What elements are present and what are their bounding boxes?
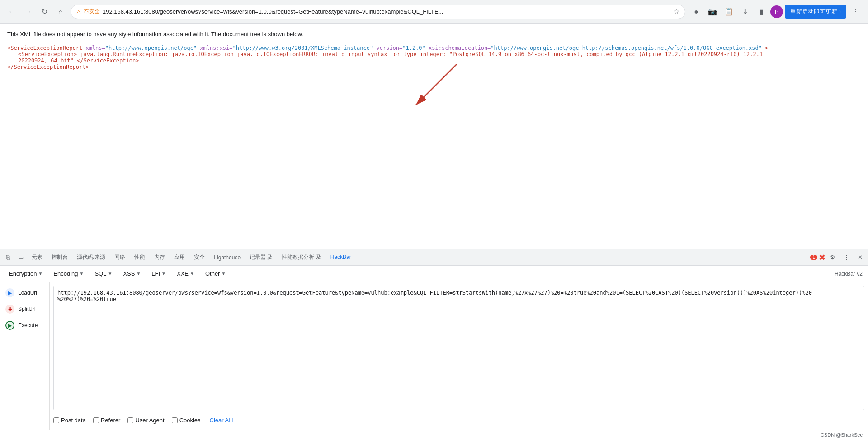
browser-chrome: ← → ↻ ⌂ △ 不安全 192.168.43.161:8080/geoser… [0,0,868,24]
tab-elements[interactable]: 元素 [27,249,47,266]
hackbar-body: ▶ LoadUrl ✚ SplitUrl ▶ Execute http://19… [0,282,868,430]
user-agent-checkbox[interactable]: User Agent [127,417,164,424]
menu-encryption[interactable]: Encryption ▼ [5,268,46,279]
devtools-tab-bar: ⎘ ▭ 元素 控制台 源代码/来源 网络 性能 内存 应用 安全 Lightho… [0,249,868,266]
security-label: 不安全 [84,8,100,15]
xml-line-1: <ServiceExceptionReport xmlns="http://ww… [7,45,861,51]
url-text[interactable]: 192.168.43.161:8080/geoserver/ows?servic… [103,8,670,15]
devtools-inspect-icon[interactable]: ⎘ [2,251,14,264]
tab-lighthouse[interactable]: Lighthouse [209,249,245,266]
post-data-input[interactable] [53,417,59,423]
xml-notice: This XML file does not appear to have an… [7,31,861,38]
extension-icon-1[interactable]: ● [689,5,703,19]
menu-sql[interactable]: SQL ▼ [91,268,116,279]
cookies-checkbox[interactable]: Cookies [172,417,201,424]
address-bar: △ 不安全 192.168.43.161:8080/geoserver/ows?… [71,5,685,19]
user-agent-input[interactable] [127,417,133,423]
tab-console[interactable]: 控制台 [47,249,72,266]
extension-icon-3[interactable]: 📋 [722,5,736,19]
back-button[interactable]: ← [5,5,18,18]
tab-performance[interactable]: 性能 [130,249,150,266]
profile-button[interactable]: P [770,5,783,18]
devtools-tab-right: 1 ✖ ⚙ ⋮ ✕ [810,251,866,264]
devtools-panel: ⎘ ▭ 元素 控制台 源代码/来源 网络 性能 内存 应用 安全 Lightho… [0,249,868,439]
bookmark-icon[interactable]: ☆ [673,7,679,16]
security-warning-icon: △ [76,8,81,15]
tab-performance-insights[interactable]: 性能数据分析 及 [277,249,326,266]
url-input[interactable]: http://192.168.43.161:8080/geoserver/ows… [53,286,864,410]
forward-button[interactable]: → [22,5,34,18]
devtools-bottom-bar: CSDN @SharkSec [0,430,868,439]
svg-line-1 [416,64,457,105]
menu-encoding[interactable]: Encoding ▼ [50,268,87,279]
referer-input[interactable] [93,417,99,423]
clear-all-button[interactable]: Clear ALL [208,416,237,425]
tab-hackbar[interactable]: HackBar [326,249,356,266]
loadurl-button[interactable]: ▶ LoadUrl [0,286,49,300]
hackbar-main: http://192.168.43.161:8080/geoserver/ows… [50,282,868,430]
error-badge: 1 [810,255,817,260]
devtools-device-icon[interactable]: ▭ [14,251,27,264]
xml-content: <ServiceExceptionReport xmlns="http://ww… [7,45,861,70]
menu-xss[interactable]: XSS ▼ [119,268,144,279]
hackbar-options: Post data Referer User Agent Cookies C [53,414,864,426]
execute-button[interactable]: ▶ Execute [0,318,49,333]
home-button[interactable]: ⌂ [54,5,67,18]
execute-icon: ▶ [5,321,14,330]
error-icon: ✖ [819,253,826,262]
post-data-checkbox[interactable]: Post data [53,417,86,424]
reload-button[interactable]: ↻ [38,5,51,18]
tab-sources[interactable]: 源代码/来源 [72,249,110,266]
spliturl-icon: ✚ [5,305,14,314]
cookies-input[interactable] [172,417,178,423]
devtools-more-icon[interactable]: ⋮ [840,251,853,264]
tab-recorder[interactable]: 记录器 及 [245,249,277,266]
extension-icon-2[interactable]: 📷 [705,5,720,19]
footer-credit: CSDN @SharkSec [821,432,863,438]
referer-checkbox[interactable]: Referer [93,417,120,424]
spliturl-button[interactable]: ✚ SplitUrl [0,302,49,316]
hackbar-sidebar: ▶ LoadUrl ✚ SplitUrl ▶ Execute [0,282,50,430]
tab-memory[interactable]: 内存 [150,249,170,266]
menu-other[interactable]: Other ▼ [202,268,229,279]
hackbar-menubar: Encryption ▼ Encoding ▼ SQL ▼ XSS ▼ LFI … [0,266,868,282]
xml-line-3: 20220924, 64-bit" </ServiceException> [18,57,861,64]
menu-xxe[interactable]: XXE ▼ [173,268,198,279]
tab-network[interactable]: 网络 [110,249,130,266]
menu-lfi[interactable]: LFI ▼ [148,268,170,279]
tab-application[interactable]: 应用 [170,249,189,266]
xml-line-4: </ServiceExceptionReport> [7,64,861,70]
update-button[interactable]: 重新启动即可更新 › [785,5,846,19]
loadurl-icon: ▶ [5,288,14,297]
more-options-icon[interactable]: ⋮ [848,5,863,19]
hackbar-panel: Encryption ▼ Encoding ▼ SQL ▼ XSS ▼ LFI … [0,266,868,430]
hackbar-version: HackBar v2 [835,271,863,277]
xml-line-2: <ServiceException> java.lang.RuntimeExce… [18,51,861,57]
toolbar-icons: ● 📷 📋 ⇓ ▮ P 重新启动即可更新 › ⋮ [689,5,863,19]
sidebar-icon[interactable]: ▮ [754,5,769,19]
tab-security[interactable]: 安全 [189,249,209,266]
devtools-close-icon[interactable]: ✕ [854,251,866,264]
main-content: This XML file does not appear to have an… [0,24,868,249]
download-icon[interactable]: ⇓ [738,5,752,19]
devtools-settings-icon[interactable]: ⚙ [826,251,839,264]
